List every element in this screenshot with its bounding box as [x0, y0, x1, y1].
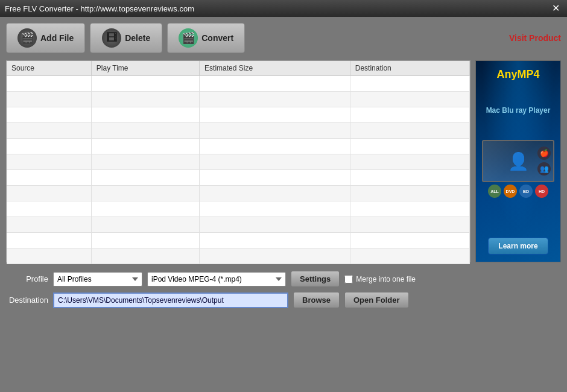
blu-ray-icon: BD	[519, 185, 533, 198]
ad-person-icon: 👤	[508, 151, 529, 171]
table-row	[7, 92, 470, 107]
convert-button[interactable]: 🎬 Convert	[167, 23, 245, 53]
table-header-row: Source Play Time Estimated Size Destinat…	[7, 61, 470, 76]
destination-input[interactable]	[53, 292, 288, 308]
destination-row: Destination Browse Open Folder	[6, 292, 561, 308]
ad-icons-row: ALL DVD BD HD	[482, 185, 554, 198]
table-row	[7, 154, 470, 170]
profile-dropdown[interactable]: All Profiles	[53, 272, 142, 286]
browse-button[interactable]: Browse	[293, 292, 340, 308]
toolbar: 🎬 Add File 🎞 Delete 🎬 Convert Visit Prod…	[6, 23, 561, 53]
open-folder-button[interactable]: Open Folder	[344, 292, 409, 308]
table-row	[7, 107, 470, 123]
table-row	[7, 76, 470, 92]
close-button[interactable]: ✕	[550, 2, 562, 14]
settings-button[interactable]: Settings	[291, 271, 340, 287]
ad-screen: 👤 🍎 👥	[482, 140, 554, 182]
profile-row: Profile All Profiles iPod Video MPEG-4 (…	[6, 271, 561, 287]
title-bar: Free FLV Converter - http://www.topseven…	[0, 0, 567, 17]
format-dropdown[interactable]: iPod Video MPEG-4 (*.mp4)	[147, 272, 286, 286]
file-table-container: Source Play Time Estimated Size Destinat…	[6, 60, 470, 262]
content-area: Source Play Time Estimated Size Destinat…	[6, 60, 561, 262]
table-row	[7, 248, 470, 264]
file-table: Source Play Time Estimated Size Destinat…	[7, 61, 470, 264]
col-destination: Destination	[350, 61, 469, 76]
delete-button[interactable]: 🎞 Delete	[90, 23, 162, 53]
add-file-icon: 🎬	[17, 28, 37, 48]
bottom-controls: Profile All Profiles iPod Video MPEG-4 (…	[6, 271, 561, 308]
col-size: Estimated Size	[200, 61, 350, 76]
table-row	[7, 139, 470, 154]
table-row	[7, 170, 470, 186]
col-playtime: Play Time	[91, 61, 199, 76]
destination-label: Destination	[6, 296, 48, 305]
learn-more-button[interactable]: Learn more	[488, 238, 548, 254]
merge-checkbox[interactable]	[344, 275, 353, 283]
ad-subtitle: Mac Blu ray Player	[486, 106, 551, 115]
table-row	[7, 186, 470, 201]
ad-banner: AnyMP4 Mac Blu ray Player 👤 🍎 👥 ALL DVD …	[475, 60, 561, 262]
table-row	[7, 217, 470, 233]
convert-label: Convert	[201, 33, 233, 43]
ad-visual: 👤 🍎 👥 ALL DVD BD HD	[482, 140, 554, 212]
ad-title: AnyMP4	[496, 68, 539, 81]
user-icon: 👥	[537, 162, 551, 175]
table-row	[7, 201, 470, 217]
visit-product-link[interactable]: Visit Product	[509, 33, 561, 43]
ad-side-icons: 🍎 👥	[537, 147, 551, 175]
add-file-label: Add File	[40, 33, 74, 43]
all-icon: ALL	[488, 185, 501, 198]
dvd-icon: DVD	[504, 185, 517, 198]
table-row	[7, 123, 470, 139]
convert-icon: 🎬	[179, 28, 198, 48]
apple-icon: 🍎	[537, 147, 551, 160]
merge-checkbox-container: Merge into one file	[344, 275, 416, 283]
main-window: 🎬 Add File 🎞 Delete 🎬 Convert Visit Prod…	[0, 17, 567, 392]
delete-label: Delete	[125, 33, 150, 43]
profile-label: Profile	[6, 274, 48, 283]
file-table-body	[7, 76, 470, 264]
add-file-button[interactable]: 🎬 Add File	[6, 23, 85, 53]
hd-icon: HD	[535, 185, 548, 198]
app-title: Free FLV Converter - http://www.topseven…	[5, 4, 194, 13]
merge-label: Merge into one file	[356, 275, 416, 283]
col-source: Source	[7, 61, 91, 76]
delete-icon: 🎞	[102, 28, 121, 48]
table-row	[7, 233, 470, 248]
